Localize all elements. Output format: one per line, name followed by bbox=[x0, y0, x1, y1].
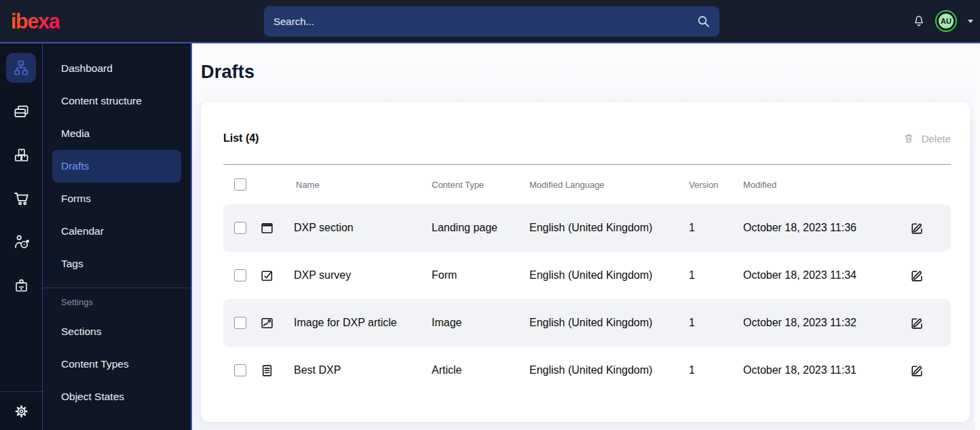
rail-item-site-badge[interactable] bbox=[6, 270, 36, 300]
table-body: DXP sectionLanding pageEnglish (United K… bbox=[223, 204, 951, 394]
badge-icon bbox=[13, 277, 30, 294]
select-all-checkbox[interactable] bbox=[234, 178, 246, 191]
table-row: DXP sectionLanding pageEnglish (United K… bbox=[223, 204, 951, 252]
edit-button[interactable] bbox=[909, 221, 924, 235]
draft-name: DXP survey bbox=[287, 269, 432, 281]
edit-icon bbox=[909, 221, 924, 235]
version: 1 bbox=[689, 269, 743, 281]
sidebar-item-content-structure[interactable]: Content structure bbox=[52, 85, 181, 117]
content-type: Image bbox=[432, 317, 529, 329]
modified-date: October 18, 2023 11:31 bbox=[743, 364, 902, 376]
ibexa-logo[interactable]: ibexa bbox=[11, 11, 60, 32]
personalization-target-icon bbox=[12, 233, 30, 250]
column-header-content-type: Content Type bbox=[432, 180, 529, 190]
edit-button[interactable] bbox=[909, 269, 924, 283]
sidebar-settings-group: SectionsContent TypesObject States bbox=[52, 315, 181, 413]
draft-name: DXP section bbox=[287, 222, 432, 234]
row-checkbox[interactable] bbox=[234, 222, 246, 234]
sidebar-menu: DashboardContent structureMediaDraftsFor… bbox=[43, 43, 192, 430]
row-checkbox[interactable] bbox=[234, 317, 246, 329]
sidebar-item-label: Dashboard bbox=[61, 62, 113, 75]
column-header-modified: Modified bbox=[743, 180, 902, 190]
cards-icon bbox=[13, 103, 30, 120]
sidebar-item-label: Forms bbox=[61, 193, 91, 205]
scrollbar-track[interactable] bbox=[975, 43, 980, 430]
list-count-title: List (4) bbox=[223, 132, 259, 144]
sidebar-item-calendar[interactable]: Calendar bbox=[52, 215, 181, 248]
user-menu-caret-icon[interactable] bbox=[968, 20, 973, 23]
rail-item-product-catalog[interactable] bbox=[6, 140, 36, 170]
rail-item-pages[interactable] bbox=[6, 96, 36, 126]
sidebar-item-label: Drafts bbox=[61, 160, 89, 172]
drafts-card: List (4) Delete Name bbox=[201, 102, 970, 422]
sidebar-item-media[interactable]: Media bbox=[52, 117, 181, 150]
edit-button[interactable] bbox=[909, 316, 924, 330]
sidebar-item-content-types[interactable]: Content Types bbox=[52, 348, 181, 380]
gear-icon bbox=[13, 403, 30, 420]
edit-icon bbox=[909, 364, 924, 378]
app-window: ibexa AU bbox=[0, 0, 980, 430]
image-icon bbox=[260, 316, 274, 330]
sidebar-item-dashboard[interactable]: Dashboard bbox=[52, 52, 181, 85]
table-header-row: Name Content Type Modified Language Vers… bbox=[223, 164, 951, 204]
column-header-modified-language: Modified Language bbox=[529, 180, 689, 190]
sidebar-item-forms[interactable]: Forms bbox=[52, 182, 181, 215]
modified-language: English (United Kingdom) bbox=[529, 222, 689, 234]
search-icon[interactable] bbox=[697, 15, 710, 28]
column-header-version: Version bbox=[689, 180, 743, 190]
edit-button[interactable] bbox=[909, 364, 924, 378]
version: 1 bbox=[689, 317, 743, 329]
modified-language: English (United Kingdom) bbox=[529, 364, 689, 376]
rail-item-commerce[interactable] bbox=[6, 183, 36, 213]
avatar-initials: AU bbox=[939, 14, 954, 28]
draft-name: Image for DXP article bbox=[287, 317, 432, 329]
sidebar-item-label: Tags bbox=[61, 258, 83, 270]
modified-date: October 18, 2023 11:32 bbox=[743, 317, 902, 329]
modified-language: English (United Kingdom) bbox=[529, 317, 689, 329]
settings-section-label: Settings bbox=[52, 288, 181, 315]
sitemap-icon bbox=[12, 59, 30, 77]
edit-icon bbox=[909, 316, 924, 330]
sidebar-item-label: Content structure bbox=[61, 95, 142, 107]
version: 1 bbox=[689, 364, 743, 376]
article-icon bbox=[260, 364, 274, 378]
modified-date: October 18, 2023 11:36 bbox=[743, 222, 902, 234]
sidebar-item-label: Calendar bbox=[61, 225, 104, 237]
delete-button-label: Delete bbox=[922, 133, 951, 144]
delete-button[interactable]: Delete bbox=[903, 132, 951, 144]
sidebar-item-label: Media bbox=[61, 128, 90, 140]
table-row: Best DXPArticleEnglish (United Kingdom)1… bbox=[223, 347, 951, 394]
row-checkbox[interactable] bbox=[234, 364, 246, 376]
topbar-actions: AU bbox=[912, 0, 973, 42]
sidebar-item-object-states[interactable]: Object States bbox=[52, 380, 181, 413]
rail-settings[interactable] bbox=[0, 391, 42, 430]
user-avatar[interactable]: AU bbox=[935, 10, 957, 32]
sidebar-main-group: DashboardContent structureMediaDraftsFor… bbox=[52, 52, 181, 280]
landing-page-icon bbox=[260, 221, 274, 235]
sidebar-item-drafts[interactable]: Drafts bbox=[52, 150, 181, 182]
table-row: DXP surveyFormEnglish (United Kingdom)1O… bbox=[223, 252, 951, 299]
rail-item-content[interactable] bbox=[6, 53, 36, 83]
sidebar-item-label: Sections bbox=[61, 326, 101, 338]
sidebar-item-tags[interactable]: Tags bbox=[52, 248, 181, 280]
search-input[interactable] bbox=[264, 6, 697, 37]
form-icon bbox=[260, 269, 274, 283]
edit-icon bbox=[909, 269, 924, 283]
content-type: Article bbox=[432, 364, 529, 376]
row-checkbox[interactable] bbox=[234, 269, 246, 281]
global-search bbox=[264, 6, 719, 37]
rail-item-personalization[interactable] bbox=[6, 227, 36, 256]
topbar: ibexa AU bbox=[0, 0, 980, 43]
sidebar-item-label: Content Types bbox=[61, 358, 129, 370]
draft-name: Best DXP bbox=[287, 364, 432, 376]
table-row: Image for DXP articleImageEnglish (Unite… bbox=[223, 299, 951, 347]
trash-icon bbox=[903, 132, 915, 144]
notifications-bell-icon[interactable] bbox=[912, 14, 926, 28]
cart-icon bbox=[12, 189, 30, 207]
version: 1 bbox=[689, 222, 743, 234]
sidebar-item-label: Object States bbox=[61, 391, 124, 403]
sidebar-item-sections[interactable]: Sections bbox=[52, 315, 181, 348]
boxes-icon bbox=[13, 146, 30, 163]
column-header-name: Name bbox=[287, 180, 432, 190]
modified-date: October 18, 2023 11:34 bbox=[743, 269, 902, 281]
